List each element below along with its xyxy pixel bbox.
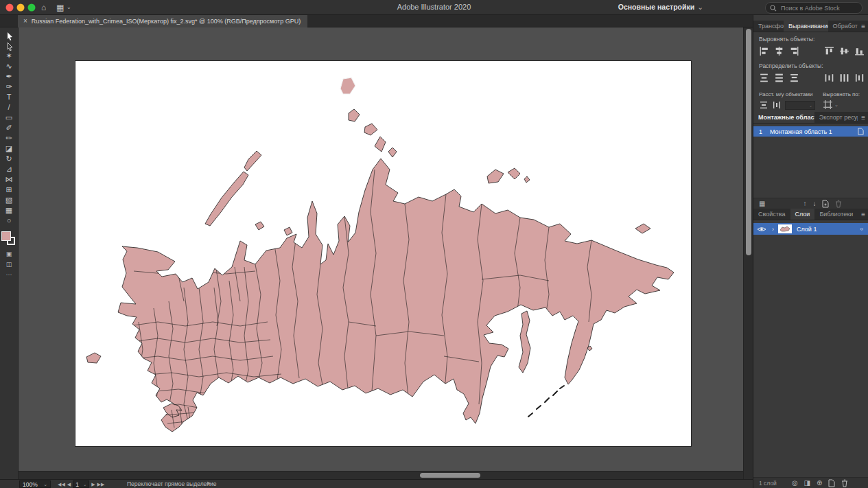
arrange-documents-icon[interactable]: ▦ <box>56 1 64 14</box>
layer-row[interactable]: › Слой 1 ○ <box>753 223 868 235</box>
selection-tool[interactable] <box>1 31 16 40</box>
shape-builder-tool[interactable]: ⊞ <box>1 185 16 195</box>
layer-name[interactable]: Слой 1 <box>797 226 817 233</box>
horizontal-scrollbar-thumb[interactable] <box>420 473 480 478</box>
russia-map-artwork[interactable] <box>75 61 691 446</box>
artboard[interactable] <box>75 61 691 446</box>
eraser-tool[interactable]: ◪ <box>1 144 16 154</box>
artboard-row-name[interactable]: Монтажная область 1 <box>770 128 832 135</box>
panel-menu-icon[interactable]: ≡ <box>858 21 868 32</box>
home-icon[interactable]: ⌂ <box>41 1 46 14</box>
align-to-dropdown[interactable]: ⌄ <box>823 100 838 110</box>
vertical-spacing-icon[interactable] <box>759 100 769 111</box>
align-top-icon[interactable] <box>824 46 834 56</box>
line-segment-tool[interactable]: / <box>1 103 16 113</box>
spacing-value-dropdown[interactable]: ⌄ <box>785 101 815 110</box>
align-middle-vertical-icon[interactable] <box>839 46 849 56</box>
layer-expand-chevron-icon[interactable]: › <box>772 226 774 233</box>
magic-wand-tool[interactable]: ✶ <box>1 51 16 61</box>
align-right-icon[interactable] <box>789 46 799 56</box>
distribute-vertical-group <box>759 73 799 83</box>
locate-object-icon[interactable]: ◎ <box>792 478 798 488</box>
move-artboard-up-icon[interactable]: ↑ <box>803 199 806 209</box>
workspace-switcher[interactable]: Основные настройки⌄ <box>618 3 703 11</box>
screen-mode-icon[interactable]: ◫ <box>1 260 16 268</box>
vertical-scrollbar[interactable] <box>743 27 753 479</box>
delete-artboard-icon[interactable] <box>835 200 842 208</box>
make-clipping-mask-icon[interactable]: ◨ <box>804 478 810 488</box>
type-tool[interactable]: T <box>1 93 16 102</box>
tab-pathfinder[interactable]: Обработ <box>828 21 858 32</box>
more-tools-icon[interactable]: ··· <box>1 270 16 279</box>
distribute-right-icon[interactable] <box>854 73 865 83</box>
last-artboard-button[interactable]: ▶▶ <box>97 482 105 487</box>
align-left-icon[interactable] <box>759 46 769 56</box>
stock-search[interactable] <box>765 2 863 14</box>
tab-layers[interactable]: Слои <box>790 209 815 220</box>
lasso-tool[interactable]: ∿ <box>1 62 16 71</box>
tab-properties[interactable]: Свойства <box>753 209 790 220</box>
paintbrush-tool[interactable]: ✐ <box>1 124 16 133</box>
russia-land[interactable] <box>86 78 674 432</box>
previous-artboard-button[interactable]: ◀ <box>67 482 71 487</box>
gradient-tool[interactable]: ▧ <box>1 196 16 205</box>
new-sublayer-icon[interactable]: ⊕ <box>817 478 822 488</box>
artboards-panel-tabs: Монтажные области Экспорт ресур ≡ <box>753 112 868 124</box>
novaya-zemlya-south <box>205 172 248 226</box>
tab-transform[interactable]: Трансфо <box>753 21 784 32</box>
panel-menu-icon[interactable]: ≡ <box>858 112 868 123</box>
close-document-icon[interactable]: × <box>23 15 27 27</box>
distribute-center-horizontal-icon[interactable] <box>839 73 849 83</box>
maximize-window-button[interactable] <box>28 4 36 12</box>
fill-swatch[interactable] <box>1 231 11 241</box>
zoom-tool[interactable]: ○ <box>1 216 16 226</box>
layer-visibility-eye-icon[interactable] <box>757 226 766 233</box>
zoom-level-dropdown[interactable]: 100% ⌄ <box>19 480 51 488</box>
distribute-top-icon[interactable] <box>759 73 769 83</box>
first-artboard-button[interactable]: ◀◀ <box>58 482 65 487</box>
pen-tool[interactable]: ✒ <box>1 72 16 82</box>
distribute-bottom-icon[interactable] <box>789 73 799 83</box>
document-tab[interactable]: × Russian Federation_with_Crimea_ISO(Мер… <box>18 15 307 27</box>
delete-layer-icon[interactable] <box>841 479 848 487</box>
align-center-horizontal-icon[interactable] <box>774 46 784 56</box>
distribute-center-vertical-icon[interactable] <box>774 73 784 83</box>
horizontal-spacing-icon[interactable] <box>772 100 782 111</box>
distribute-left-icon[interactable] <box>824 73 834 83</box>
rectangle-tool[interactable]: ▭ <box>1 113 16 123</box>
search-input[interactable] <box>779 4 858 12</box>
pencil-tool[interactable]: ✏ <box>1 134 16 143</box>
width-tool[interactable]: ⋈ <box>1 175 16 185</box>
curvature-tool[interactable]: ✑ <box>1 82 16 92</box>
panel-menu-icon[interactable]: ≡ <box>858 209 868 220</box>
align-bottom-icon[interactable] <box>854 46 865 56</box>
tab-artboards[interactable]: Монтажные области <box>753 112 814 123</box>
new-artboard-icon[interactable] <box>822 200 829 208</box>
move-artboard-down-icon[interactable]: ↓ <box>812 199 816 209</box>
layer-target-icon[interactable]: ○ <box>860 226 863 232</box>
rotate-tool[interactable]: ↻ <box>1 154 16 164</box>
new-layer-icon[interactable] <box>828 479 835 487</box>
close-window-button[interactable] <box>6 4 14 12</box>
scale-tool[interactable]: ⊿ <box>1 165 16 174</box>
status-hint-arrow-icon[interactable]: ▶ <box>207 480 211 486</box>
artboard-row[interactable]: 1 Монтажная область 1 <box>753 126 868 137</box>
artboard-options-icon[interactable]: ▦ <box>759 199 765 209</box>
next-artboard-button[interactable]: ▶ <box>91 482 95 487</box>
mesh-tool[interactable]: ▦ <box>1 206 16 216</box>
tab-align[interactable]: Выравнивание <box>784 21 828 32</box>
arrange-documents-chevron-icon[interactable]: ⌄ <box>67 1 71 14</box>
artboard-number-dropdown[interactable]: 1 ⌄ <box>73 480 89 488</box>
tab-libraries[interactable]: Библиотеки <box>814 209 858 220</box>
direct-selection-tool[interactable] <box>1 41 16 51</box>
canvas-pasteboard[interactable] <box>19 27 743 471</box>
draw-normal-mode-icon[interactable]: ▣ <box>1 250 16 258</box>
minimize-window-button[interactable] <box>17 4 25 12</box>
status-hint-dropdown[interactable]: Переключает прямое выделение <box>127 480 217 487</box>
kuril-islands[interactable] <box>528 386 564 417</box>
artboard-page-icon[interactable] <box>858 128 864 135</box>
horizontal-scrollbar[interactable] <box>19 471 743 479</box>
tab-asset-export[interactable]: Экспорт ресур <box>814 112 858 123</box>
vertical-scrollbar-thumb[interactable] <box>746 29 751 255</box>
vaygach-island <box>284 227 292 235</box>
